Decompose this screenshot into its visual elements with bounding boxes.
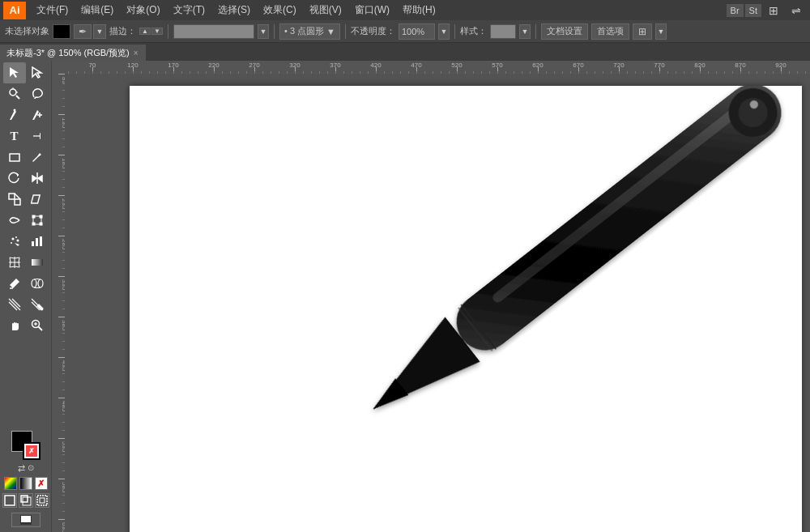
fill-stroke-swatches[interactable]: ✗ — [11, 431, 40, 460]
default-colors-btn[interactable]: ⊙ — [28, 463, 34, 474]
document-tab[interactable]: 未标题-3* @ 150% (RGB/预览) × — [0, 45, 146, 61]
dropdown-icon[interactable]: ▼ — [93, 24, 106, 39]
warp-tool[interactable] — [3, 210, 26, 231]
lasso-tool[interactable] — [26, 83, 49, 104]
hand-tool[interactable] — [3, 315, 26, 336]
toolbar-more[interactable]: ▼ — [655, 23, 667, 40]
symbol-sprayer-tool[interactable] — [3, 231, 26, 252]
menu-effect[interactable]: 效果(C) — [258, 2, 302, 19]
svg-marker-48 — [356, 317, 480, 431]
direct-selection-tool[interactable] — [26, 62, 49, 83]
ruler-v-canvas — [52, 74, 65, 532]
rotate-tool[interactable] — [3, 168, 26, 189]
tool-row-type: T T — [0, 126, 51, 147]
canvas-inner[interactable] — [65, 74, 810, 532]
svg-line-56 — [458, 308, 492, 351]
stroke-up-btn[interactable]: ▲ — [139, 28, 151, 35]
fill-color-swatch[interactable] — [53, 24, 70, 39]
draw-normal-btn[interactable] — [2, 493, 17, 508]
ruler-h-canvas — [52, 61, 810, 74]
svg-rect-40 — [5, 496, 15, 505]
menu-help[interactable]: 帮助(H) — [397, 2, 441, 19]
svg-marker-50 — [367, 378, 408, 417]
add-anchor-tool[interactable] — [26, 104, 49, 126]
screen-mode-btn[interactable] — [11, 513, 40, 527]
blend-tool[interactable] — [26, 273, 49, 294]
menu-edit[interactable]: 编辑(E) — [75, 2, 119, 19]
preferences-button[interactable]: 首选项 — [591, 23, 629, 40]
bridge-button[interactable]: Br — [727, 4, 744, 17]
svg-line-15 — [15, 194, 20, 199]
zoom-tool[interactable] — [26, 315, 49, 336]
style-swatch[interactable] — [490, 24, 516, 39]
main-area: T T — [0, 61, 810, 532]
draw-behind-btn[interactable] — [19, 493, 33, 508]
vertical-type-tool[interactable]: T — [26, 126, 49, 147]
divider-1 — [168, 24, 168, 39]
svg-marker-11 — [32, 176, 36, 181]
slice-select-tool[interactable] — [26, 294, 49, 315]
swap-colors-btn[interactable]: ⇄ — [18, 463, 25, 474]
stroke-down-btn[interactable]: ▼ — [151, 28, 163, 35]
paintbrush-tool[interactable] — [26, 147, 49, 168]
menu-object[interactable]: 对象(O) — [121, 2, 165, 19]
svg-marker-0 — [10, 67, 19, 78]
svg-rect-18 — [32, 215, 35, 218]
gradient-mode-btn[interactable] — [19, 477, 32, 490]
extra-button[interactable]: ⇌ — [786, 2, 807, 19]
canvas-area[interactable] — [52, 61, 810, 532]
tool-row-slice — [0, 294, 51, 315]
color-mode-btn[interactable] — [4, 477, 17, 490]
style-dropdown[interactable]: ▼ — [519, 24, 531, 39]
svg-point-53 — [732, 92, 774, 134]
selection-tool[interactable] — [3, 62, 26, 83]
svg-rect-42 — [21, 496, 28, 502]
stroke-swatch[interactable]: ✗ — [23, 442, 40, 460]
gradient-tool[interactable] — [26, 252, 49, 273]
svg-rect-20 — [32, 223, 35, 225]
tool-row-eyedropper — [0, 273, 51, 294]
free-transform-tool[interactable] — [26, 210, 49, 231]
pen-tool-icon[interactable]: ✒ — [74, 24, 92, 39]
stroke-dropdown[interactable]: ▼ — [258, 24, 269, 39]
shear-tool[interactable] — [26, 189, 49, 210]
reflect-tool[interactable] — [26, 168, 49, 189]
eyedropper-tool[interactable] — [3, 273, 26, 294]
svg-marker-1 — [32, 67, 41, 78]
type-tool[interactable]: T — [3, 126, 26, 147]
slice-tool[interactable] — [3, 294, 26, 315]
none-mode-btn[interactable]: ✗ — [35, 477, 48, 490]
point-selector[interactable]: • 3 点圆形 ▼ — [279, 23, 340, 40]
doc-settings-button[interactable]: 文档设置 — [541, 23, 588, 40]
svg-rect-28 — [40, 236, 42, 246]
opacity-input[interactable] — [399, 23, 435, 40]
rectangle-tool[interactable] — [3, 147, 26, 168]
magic-wand-tool[interactable] — [3, 83, 26, 104]
column-graph-tool[interactable] — [26, 231, 49, 252]
svg-rect-21 — [40, 223, 42, 225]
svg-point-6 — [13, 109, 15, 112]
divider-5 — [535, 24, 536, 39]
menu-select[interactable]: 选择(S) — [212, 2, 256, 19]
tool-row-rotate — [0, 168, 51, 189]
workspace-button[interactable]: ⊞ — [763, 2, 784, 19]
mesh-tool[interactable] — [3, 252, 26, 273]
tool-row-warp — [0, 210, 51, 231]
svg-line-55 — [461, 304, 496, 349]
menu-view[interactable]: 视图(V) — [304, 2, 347, 19]
menu-window[interactable]: 窗口(W) — [349, 2, 395, 19]
style-label: 样式： — [460, 25, 487, 37]
menu-file[interactable]: 文件(F) — [31, 2, 74, 19]
stock-button[interactable]: St — [745, 4, 761, 17]
svg-point-34 — [38, 279, 43, 287]
scale-tool[interactable] — [3, 189, 26, 210]
menu-type[interactable]: 文字(T) — [168, 2, 211, 19]
tab-close-button[interactable]: × — [134, 49, 139, 57]
svg-rect-47 — [446, 86, 793, 362]
pen-tool[interactable] — [3, 104, 26, 126]
extra-toolbar-btn[interactable]: ⊞ — [633, 23, 652, 40]
opacity-dropdown[interactable]: ▼ — [438, 23, 450, 40]
no-selection-label: 未选择对象 — [5, 25, 49, 37]
draw-inside-btn[interactable] — [35, 493, 49, 508]
svg-point-52 — [718, 86, 787, 147]
